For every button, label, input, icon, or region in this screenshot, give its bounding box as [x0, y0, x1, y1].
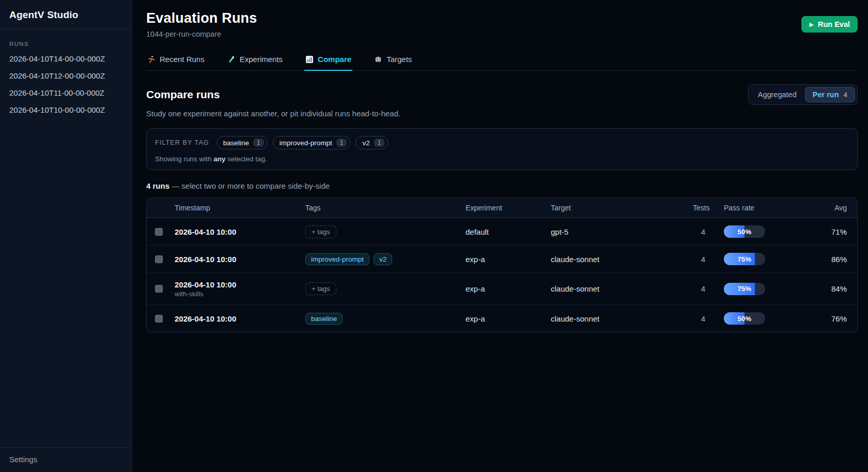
bar-chart-icon [305, 55, 314, 64]
robot-icon [374, 55, 382, 64]
sidebar-run-item[interactable]: 2026-04-10T12-00-00-000Z [0, 67, 131, 84]
filter-tag-name: baseline [223, 139, 249, 147]
toggle-per-run-label: Per run [813, 90, 839, 99]
col-avg: Avg [796, 204, 847, 212]
row-avg: 84% [796, 284, 847, 293]
filter-note-any: any [213, 155, 225, 163]
sidebar-run-item[interactable]: 2026-04-10T10-00-00-000Z [0, 101, 131, 118]
pass-rate-label: 50% [724, 225, 765, 238]
row-timestamp: 2026-04-10 10:00 [175, 255, 305, 264]
main-content: Evaluation Runs 1044-per-run-compare ▶ R… [132, 0, 868, 472]
runs-summary-rest: — select two or more to compare side-by-… [169, 181, 330, 190]
table-row: 2026-04-10 10:00 improved-prompt v2 exp-… [147, 245, 857, 272]
toggle-aggregated[interactable]: Aggregated [751, 87, 804, 102]
tab-label: Targets [386, 55, 412, 64]
col-experiment: Experiment [466, 204, 551, 212]
row-target: claude-sonnet [551, 314, 693, 323]
compare-description: Study one experiment against another, or… [146, 109, 858, 118]
tag-pill[interactable]: v2 [374, 253, 392, 265]
pass-rate-bar: 75% [724, 283, 765, 295]
pass-rate-bar: 75% [724, 253, 765, 265]
toggle-per-run-count: 4 [843, 91, 847, 99]
sidebar-spacer [0, 118, 131, 447]
row-tests: 4 [693, 314, 724, 323]
row-tests: 4 [693, 284, 724, 293]
col-pass-rate: Pass rate [724, 204, 796, 212]
row-target: claude-sonnet [551, 284, 693, 293]
tag-pill[interactable]: baseline [305, 313, 343, 325]
row-target: gpt-5 [551, 227, 693, 236]
row-timestamp: 2026-04-10 10:00 [175, 314, 305, 323]
row-checkbox[interactable] [155, 255, 163, 263]
row-experiment: exp-a [466, 255, 551, 264]
table-row: 2026-04-10 10:00 + tags default gpt-5 4 … [147, 218, 857, 245]
tab-experiments[interactable]: Experiments [226, 54, 284, 71]
sidebar-run-item[interactable]: 2026-04-10T11-00-00-000Z [0, 84, 131, 101]
tag-pill[interactable]: improved-prompt [305, 253, 369, 265]
tab-bar: Recent Runs Experiments Compare [146, 54, 858, 71]
row-tests: 4 [693, 255, 724, 264]
app-title: AgentV Studio [0, 0, 131, 29]
add-tags-button[interactable]: + tags [305, 282, 336, 295]
tab-label: Experiments [240, 55, 283, 64]
filter-tag-count: 1 [374, 139, 385, 147]
row-checkbox[interactable] [155, 315, 163, 323]
runs-summary: 4 runs — select two or more to compare s… [146, 181, 858, 190]
run-eval-button[interactable]: ▶ Run Eval [801, 16, 858, 33]
sidebar: AgentV Studio RUNS 2026-04-10T14-00-00-0… [0, 0, 132, 472]
run-eval-label: Run Eval [818, 20, 850, 28]
col-tests: Tests [693, 204, 724, 212]
tab-targets[interactable]: Targets [373, 54, 413, 71]
filter-note: Showing runs with any selected tag. [155, 155, 849, 163]
col-timestamp: Timestamp [175, 204, 305, 212]
page-header-text: Evaluation Runs 1044-per-run-compare [146, 10, 257, 38]
runner-icon [147, 55, 156, 64]
row-avg: 71% [796, 227, 847, 236]
sidebar-run-item[interactable]: 2026-04-10T14-00-00-000Z [0, 50, 131, 67]
play-icon: ▶ [809, 22, 813, 27]
filter-tag-count: 1 [253, 139, 264, 147]
table-row: 2026-04-10 10:00 baseline exp-a claude-s… [147, 304, 857, 332]
pass-rate-bar: 50% [724, 225, 765, 238]
row-experiment: exp-a [466, 284, 551, 293]
tab-label: Recent Runs [160, 55, 205, 64]
row-subtitle: with-skills [175, 290, 305, 298]
sidebar-runs-heading: RUNS [0, 29, 131, 50]
view-mode-toggle: Aggregated Per run 4 [748, 84, 858, 105]
row-timestamp: 2026-04-10 10:00 [175, 280, 305, 289]
table-header-row: Timestamp Tags Experiment Target Tests P… [147, 198, 857, 218]
row-checkbox[interactable] [155, 285, 163, 293]
row-avg: 86% [796, 255, 847, 264]
filter-tag-improved-prompt[interactable]: improved-prompt 1 [273, 136, 351, 149]
filter-tag-count: 1 [336, 139, 347, 147]
test-tube-icon [227, 55, 236, 64]
toggle-per-run[interactable]: Per run 4 [805, 87, 855, 102]
pass-rate-bar: 50% [724, 312, 765, 325]
settings-link[interactable]: Settings [0, 447, 131, 472]
runs-table: Timestamp Tags Experiment Target Tests P… [146, 197, 858, 332]
compare-section-header: Compare runs Aggregated Per run 4 [146, 84, 858, 105]
row-tests: 4 [693, 227, 724, 236]
filter-tag-name: improved-prompt [280, 139, 332, 147]
filter-row: FILTER BY TAG baseline 1 improved-prompt… [155, 136, 849, 149]
row-timestamp: 2026-04-10 10:00 [175, 227, 305, 236]
filter-tag-baseline[interactable]: baseline 1 [216, 136, 268, 149]
row-checkbox[interactable] [155, 228, 163, 236]
tab-compare[interactable]: Compare [304, 54, 352, 71]
runs-summary-count: 4 runs [146, 181, 169, 190]
page-title: Evaluation Runs [146, 10, 257, 26]
row-experiment: exp-a [466, 314, 551, 323]
pass-rate-label: 75% [724, 283, 765, 295]
add-tags-button[interactable]: + tags [305, 225, 336, 238]
filter-tag-name: v2 [362, 139, 369, 147]
tab-recent-runs[interactable]: Recent Runs [146, 54, 206, 71]
col-tags: Tags [305, 204, 466, 212]
filter-card: FILTER BY TAG baseline 1 improved-prompt… [146, 128, 858, 170]
pass-rate-label: 75% [724, 253, 765, 265]
col-target: Target [551, 204, 693, 212]
tab-label: Compare [318, 55, 351, 64]
page-header: Evaluation Runs 1044-per-run-compare ▶ R… [146, 10, 858, 38]
row-target: claude-sonnet [551, 255, 693, 264]
filter-tag-v2[interactable]: v2 1 [355, 136, 388, 149]
pass-rate-label: 50% [724, 312, 765, 325]
